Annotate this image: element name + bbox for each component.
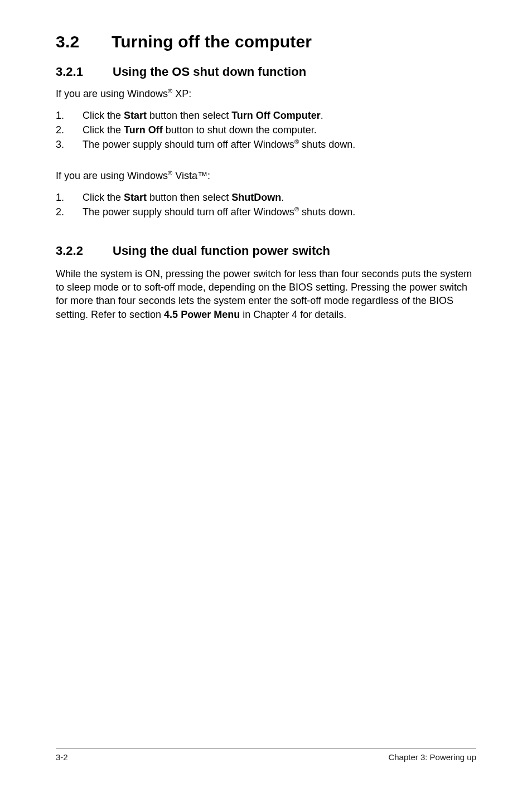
- registered-symbol: ®: [294, 138, 299, 145]
- page: 3.2Turning off the computer 3.2.1Using t…: [0, 0, 532, 802]
- subsection-title: Using the OS shut down function: [113, 65, 306, 79]
- subsection-title: Using the dual function power switch: [113, 244, 330, 258]
- text-fragment: shuts down.: [299, 206, 355, 218]
- text-fragment: .: [281, 192, 284, 203]
- text-fragment: Click the: [83, 192, 124, 203]
- page-number: 3-2: [56, 752, 68, 762]
- intro-xp: If you are using Windows® XP:: [56, 87, 476, 100]
- registered-symbol: ®: [294, 206, 299, 212]
- subsection-number: 3.2.1: [56, 65, 113, 79]
- step-text: The power supply should turn off after W…: [83, 137, 476, 152]
- subsection-322-heading: 3.2.2Using the dual function power switc…: [56, 243, 476, 259]
- xp-steps-list: 1. Click the Start button then select Tu…: [56, 108, 476, 152]
- text-fragment: The power supply should turn off after W…: [83, 139, 294, 150]
- step-number: 1.: [56, 108, 83, 123]
- text-fragment: .: [321, 110, 323, 121]
- bold-text: Turn Off Computer: [231, 110, 321, 121]
- text-fragment: Click the: [83, 124, 124, 136]
- section-title: Turning off the computer: [112, 32, 312, 51]
- intro-vista-text-post: Vista™:: [172, 170, 210, 181]
- bold-text: Start: [124, 110, 147, 121]
- vista-steps-list: 1. Click the Start button then select Sh…: [56, 190, 476, 219]
- bold-text: Start: [124, 192, 147, 203]
- text-fragment: in Chapter 4 for details.: [243, 309, 346, 320]
- bold-text: ShutDown: [231, 192, 281, 203]
- text-fragment: Click the: [83, 110, 124, 121]
- step-text: The power supply should turn off after W…: [83, 205, 476, 219]
- intro-xp-text-pre: If you are using Windows: [56, 88, 168, 99]
- bold-text: Turn Off: [124, 124, 163, 136]
- text-fragment: button then select: [147, 110, 231, 121]
- list-item: 2. The power supply should turn off afte…: [56, 205, 476, 219]
- step-number: 1.: [56, 190, 83, 205]
- list-item: 3. The power supply should turn off afte…: [56, 137, 476, 152]
- list-item: 1. Click the Start button then select Tu…: [56, 108, 476, 123]
- list-item: 2. Click the Turn Off button to shut dow…: [56, 123, 476, 137]
- step-text: Click the Start button then select Turn …: [83, 108, 476, 123]
- step-text: Click the Start button then select ShutD…: [83, 190, 476, 205]
- intro-vista-text-pre: If you are using Windows: [56, 170, 168, 181]
- text-fragment: button then select: [147, 192, 231, 203]
- text-fragment: button to shut down the computer.: [163, 124, 317, 136]
- intro-xp-text-post: XP:: [172, 88, 191, 99]
- page-footer: 3-2 Chapter 3: Powering up: [56, 748, 476, 762]
- section-number: 3.2: [56, 32, 112, 51]
- subsection-number: 3.2.2: [56, 243, 113, 259]
- bold-text: 4.5 Power Menu: [164, 309, 243, 320]
- section-322-paragraph: While the system is ON, pressing the pow…: [56, 267, 476, 321]
- list-item: 1. Click the Start button then select Sh…: [56, 190, 476, 205]
- subsection-321-heading: 3.2.1Using the OS shut down function: [56, 65, 476, 79]
- text-fragment: shuts down.: [299, 139, 355, 150]
- step-text: Click the Turn Off button to shut down t…: [83, 123, 476, 137]
- intro-vista: If you are using Windows® Vista™:: [56, 169, 476, 182]
- section-heading: 3.2Turning off the computer: [56, 32, 476, 51]
- step-number: 2.: [56, 205, 83, 219]
- step-number: 2.: [56, 123, 83, 137]
- chapter-label: Chapter 3: Powering up: [388, 752, 476, 762]
- footer-divider: [56, 748, 476, 749]
- step-number: 3.: [56, 137, 83, 152]
- text-fragment: The power supply should turn off after W…: [83, 206, 294, 218]
